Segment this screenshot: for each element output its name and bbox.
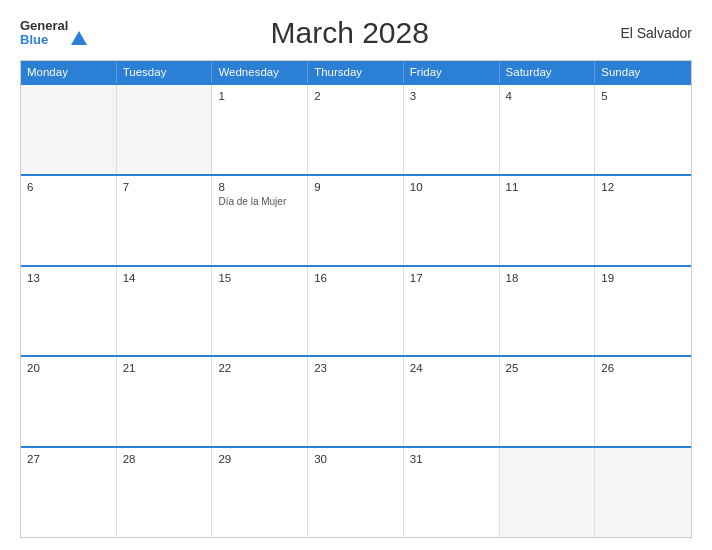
page: General Blue March 2028 El Salvador Mond… — [0, 0, 712, 550]
header-friday: Friday — [404, 61, 500, 83]
header-sunday: Sunday — [595, 61, 691, 83]
logo-mark: General Blue — [20, 19, 87, 48]
weeks: 12345678Día de la Mujer91011121314151617… — [21, 83, 691, 537]
day-cell-w2-d4: 9 — [308, 176, 404, 265]
day-number: 26 — [601, 362, 685, 374]
day-cell-w4-d2: 21 — [117, 357, 213, 446]
day-number: 27 — [27, 453, 110, 465]
day-number: 8 — [218, 181, 301, 193]
day-cell-w1-d7: 5 — [595, 85, 691, 174]
day-cell-w5-d5: 31 — [404, 448, 500, 537]
day-number: 6 — [27, 181, 110, 193]
day-cell-w5-d2: 28 — [117, 448, 213, 537]
logo-general-text: General — [20, 19, 68, 33]
logo-blue-text: Blue — [20, 33, 48, 47]
day-headers-row: Monday Tuesday Wednesday Thursday Friday… — [21, 61, 691, 83]
day-cell-w4-d5: 24 — [404, 357, 500, 446]
day-number: 16 — [314, 272, 397, 284]
day-number: 3 — [410, 90, 493, 102]
day-number: 11 — [506, 181, 589, 193]
day-cell-w1-d5: 3 — [404, 85, 500, 174]
country-label: El Salvador — [612, 25, 692, 41]
day-number: 30 — [314, 453, 397, 465]
day-number: 28 — [123, 453, 206, 465]
day-number: 20 — [27, 362, 110, 374]
day-cell-w4-d3: 22 — [212, 357, 308, 446]
day-cell-w4-d7: 26 — [595, 357, 691, 446]
week-row-3: 13141516171819 — [21, 265, 691, 356]
day-cell-w1-d2 — [117, 85, 213, 174]
day-number: 24 — [410, 362, 493, 374]
day-cell-w3-d4: 16 — [308, 267, 404, 356]
day-cell-w4-d6: 25 — [500, 357, 596, 446]
day-event: Día de la Mujer — [218, 196, 301, 207]
day-number: 5 — [601, 90, 685, 102]
day-cell-w5-d7 — [595, 448, 691, 537]
day-number: 2 — [314, 90, 397, 102]
week-row-2: 678Día de la Mujer9101112 — [21, 174, 691, 265]
day-cell-w3-d3: 15 — [212, 267, 308, 356]
day-cell-w5-d6 — [500, 448, 596, 537]
calendar-title: March 2028 — [87, 16, 612, 50]
day-cell-w1-d4: 2 — [308, 85, 404, 174]
header: General Blue March 2028 El Salvador — [20, 16, 692, 50]
day-number: 22 — [218, 362, 301, 374]
day-number: 31 — [410, 453, 493, 465]
day-cell-w2-d7: 12 — [595, 176, 691, 265]
day-number: 10 — [410, 181, 493, 193]
day-cell-w1-d6: 4 — [500, 85, 596, 174]
header-saturday: Saturday — [500, 61, 596, 83]
day-cell-w3-d1: 13 — [21, 267, 117, 356]
header-tuesday: Tuesday — [117, 61, 213, 83]
logo: General Blue — [20, 19, 87, 48]
calendar: Monday Tuesday Wednesday Thursday Friday… — [20, 60, 692, 538]
header-monday: Monday — [21, 61, 117, 83]
day-number: 7 — [123, 181, 206, 193]
day-number: 4 — [506, 90, 589, 102]
day-cell-w1-d3: 1 — [212, 85, 308, 174]
day-number: 21 — [123, 362, 206, 374]
day-cell-w5-d4: 30 — [308, 448, 404, 537]
week-row-1: 12345 — [21, 83, 691, 174]
day-number: 23 — [314, 362, 397, 374]
day-cell-w1-d1 — [21, 85, 117, 174]
day-cell-w2-d6: 11 — [500, 176, 596, 265]
day-number: 9 — [314, 181, 397, 193]
day-cell-w3-d7: 19 — [595, 267, 691, 356]
header-wednesday: Wednesday — [212, 61, 308, 83]
day-cell-w5-d1: 27 — [21, 448, 117, 537]
day-number: 29 — [218, 453, 301, 465]
day-number: 1 — [218, 90, 301, 102]
day-number: 15 — [218, 272, 301, 284]
day-number: 25 — [506, 362, 589, 374]
day-number: 18 — [506, 272, 589, 284]
logo-triangle-icon — [71, 31, 87, 45]
day-cell-w4-d4: 23 — [308, 357, 404, 446]
day-cell-w2-d2: 7 — [117, 176, 213, 265]
day-number: 17 — [410, 272, 493, 284]
day-number: 14 — [123, 272, 206, 284]
day-cell-w3-d5: 17 — [404, 267, 500, 356]
day-cell-w3-d6: 18 — [500, 267, 596, 356]
day-cell-w2-d3: 8Día de la Mujer — [212, 176, 308, 265]
week-row-4: 20212223242526 — [21, 355, 691, 446]
header-thursday: Thursday — [308, 61, 404, 83]
day-number: 12 — [601, 181, 685, 193]
day-cell-w3-d2: 14 — [117, 267, 213, 356]
day-cell-w2-d1: 6 — [21, 176, 117, 265]
week-row-5: 2728293031 — [21, 446, 691, 537]
day-cell-w4-d1: 20 — [21, 357, 117, 446]
day-cell-w2-d5: 10 — [404, 176, 500, 265]
day-cell-w5-d3: 29 — [212, 448, 308, 537]
day-number: 19 — [601, 272, 685, 284]
day-number: 13 — [27, 272, 110, 284]
